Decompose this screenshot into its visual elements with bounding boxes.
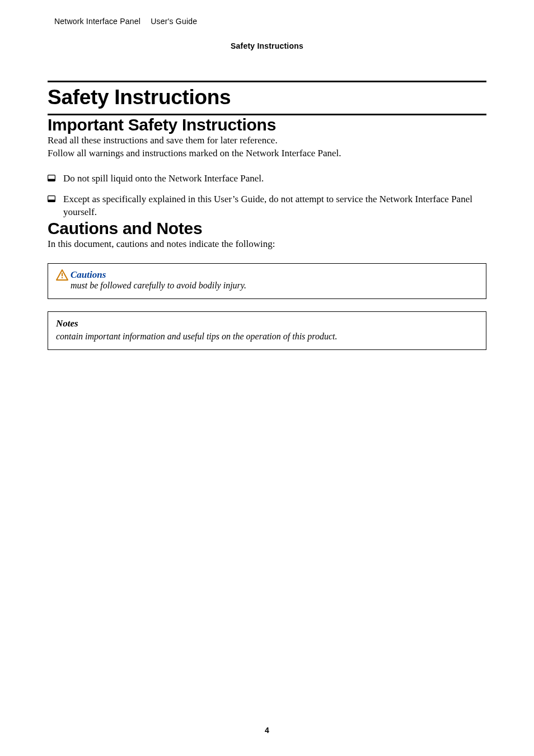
list-item: Except as specifically explained in this…: [48, 193, 486, 219]
svg-rect-3: [48, 199, 55, 202]
notebook-bullet-icon: [48, 195, 55, 202]
running-header: Network Interface Panel User's Guide: [54, 17, 486, 26]
note-label: Notes: [56, 318, 478, 330]
warning-triangle-icon: [56, 269, 68, 281]
list-item-text: Do not spill liquid onto the Network Int…: [63, 172, 264, 185]
svg-rect-1: [48, 179, 55, 181]
list-item: Do not spill liquid onto the Network Int…: [48, 172, 486, 185]
title-rule-block: Safety Instructions: [48, 81, 486, 115]
caution-body: must be followed carefully to avoid bodi…: [71, 280, 478, 292]
note-body: contain important information and useful…: [56, 331, 478, 343]
svg-rect-5: [62, 273, 63, 276]
page-title: Safety Instructions: [48, 86, 486, 109]
section-header: Safety Instructions: [48, 41, 486, 50]
heading-important-safety: Important Safety Instructions: [48, 115, 486, 134]
svg-rect-6: [62, 277, 63, 278]
notebook-bullet-icon: [48, 175, 55, 181]
caution-label: Cautions: [71, 269, 106, 281]
caution-box: Cautions must be followed carefully to a…: [48, 263, 486, 299]
paragraph: Follow all warnings and instructions mar…: [48, 147, 486, 160]
note-box: Notes contain important information and …: [48, 311, 486, 350]
document-page: Network Interface Panel User's Guide Saf…: [0, 0, 534, 756]
list-item-text: Except as specifically explained in this…: [63, 193, 486, 219]
caution-header-row: Cautions: [56, 269, 478, 281]
page-number: 4: [0, 726, 534, 735]
paragraph: In this document, cautions and notes ind…: [48, 238, 486, 251]
heading-cautions-notes: Cautions and Notes: [48, 219, 486, 238]
paragraph: Read all these instructions and save the…: [48, 134, 486, 147]
bullet-list: Do not spill liquid onto the Network Int…: [48, 172, 486, 219]
